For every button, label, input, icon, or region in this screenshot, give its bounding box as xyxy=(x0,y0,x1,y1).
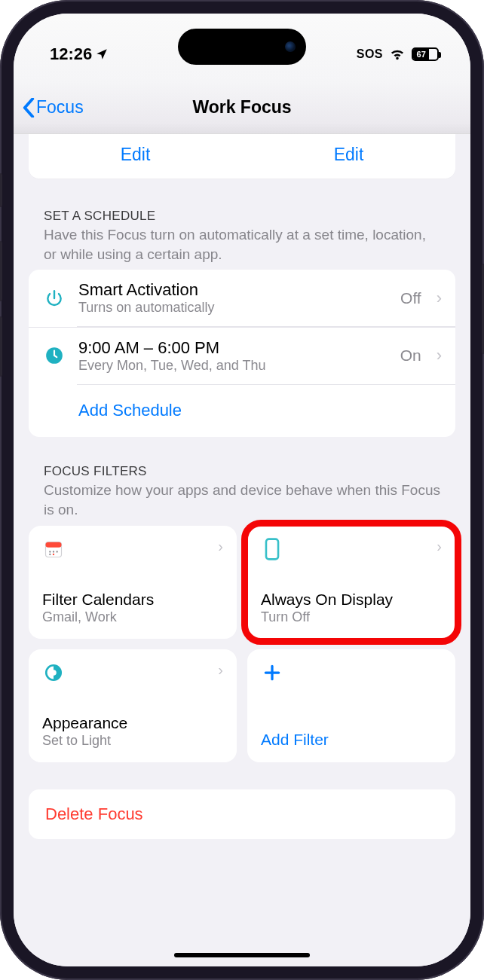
row-subtitle: Turns on automatically xyxy=(78,300,388,316)
chevron-right-icon: › xyxy=(437,538,442,555)
plus-icon xyxy=(261,661,283,684)
filter-calendars-card[interactable]: › Filter Calendars Gmail, Work xyxy=(29,526,237,639)
filter-card-title: Appearance xyxy=(42,714,223,732)
home-indicator[interactable] xyxy=(174,953,310,957)
side-button xyxy=(0,241,2,301)
svg-point-4 xyxy=(53,551,54,552)
svg-rect-8 xyxy=(266,539,278,559)
filter-always-on-display-card[interactable]: › Always On Display Turn Off xyxy=(247,526,455,639)
battery-icon: 67 xyxy=(412,47,439,61)
side-button xyxy=(0,173,2,207)
filter-appearance-card[interactable]: › Appearance Set to Light xyxy=(29,649,237,762)
screen: 12:26 SOS 67 Focus Work Focus xyxy=(14,14,470,966)
status-time: 12:26 xyxy=(50,44,92,64)
delete-focus-button[interactable]: Delete Focus xyxy=(29,789,455,839)
row-title: Smart Activation xyxy=(78,280,388,300)
schedule-header: SET A SCHEDULE Have this Focus turn on a… xyxy=(29,209,455,264)
filter-card-title: Filter Calendars xyxy=(42,591,223,609)
edit-button-left[interactable]: Edit xyxy=(29,145,242,165)
chevron-right-icon: › xyxy=(218,661,223,679)
schedule-list: Smart Activation Turns on automatically … xyxy=(29,270,455,437)
add-filter-label: Add Filter xyxy=(261,731,442,749)
calendar-icon xyxy=(42,538,65,560)
customize-card-partial: Edit Edit xyxy=(29,134,455,179)
add-filter-card[interactable]: Add Filter xyxy=(247,649,455,762)
row-value: Off xyxy=(400,289,421,307)
location-arrow-icon xyxy=(95,47,109,61)
dynamic-island xyxy=(178,29,306,65)
filter-card-title: Always On Display xyxy=(261,591,442,609)
filter-card-subtitle: Set to Light xyxy=(42,733,223,749)
row-add-schedule[interactable]: Add Schedule xyxy=(29,384,455,437)
contrast-circle-icon xyxy=(42,661,65,684)
filter-card-subtitle: Gmail, Work xyxy=(42,609,223,625)
front-camera-icon xyxy=(285,41,296,52)
filter-card-subtitle: Turn Off xyxy=(261,609,442,625)
back-label: Focus xyxy=(36,97,84,118)
chevron-right-icon: › xyxy=(218,538,223,555)
svg-point-7 xyxy=(53,553,54,554)
row-smart-activation[interactable]: Smart Activation Turns on automatically … xyxy=(29,270,455,326)
schedule-header-desc: Have this Focus turn on automatically at… xyxy=(44,225,440,264)
svg-rect-2 xyxy=(46,542,62,547)
svg-point-10 xyxy=(51,670,57,676)
content-scroll[interactable]: Edit Edit SET A SCHEDULE Have this Focus… xyxy=(14,134,470,966)
chevron-right-icon: › xyxy=(437,289,442,308)
battery-level: 67 xyxy=(413,49,429,60)
side-button xyxy=(0,316,2,377)
svg-point-3 xyxy=(49,551,51,552)
filters-header-title: FOCUS FILTERS xyxy=(44,464,440,479)
iphone-frame: 12:26 SOS 67 Focus Work Focus xyxy=(0,0,484,980)
wifi-icon xyxy=(389,47,406,61)
page-title: Work Focus xyxy=(23,97,461,118)
clock-icon xyxy=(42,346,66,365)
status-sos: SOS xyxy=(357,47,383,61)
svg-point-5 xyxy=(57,551,58,552)
edit-button-right[interactable]: Edit xyxy=(242,145,455,165)
nav-bar: Focus Work Focus xyxy=(14,81,470,134)
filters-header-desc: Customize how your apps and device behav… xyxy=(44,481,440,519)
add-schedule-label: Add Schedule xyxy=(42,401,182,420)
chevron-right-icon: › xyxy=(437,346,442,365)
row-title: 9:00 AM – 6:00 PM xyxy=(78,338,388,358)
delete-focus-label: Delete Focus xyxy=(45,804,439,824)
back-button[interactable]: Focus xyxy=(23,97,84,118)
schedule-header-title: SET A SCHEDULE xyxy=(44,209,440,224)
filters-grid: › Filter Calendars Gmail, Work › xyxy=(29,526,455,762)
row-time-schedule[interactable]: 9:00 AM – 6:00 PM Every Mon, Tue, Wed, a… xyxy=(29,327,455,384)
row-subtitle: Every Mon, Tue, Wed, and Thu xyxy=(78,358,388,374)
power-icon xyxy=(42,289,66,308)
row-value: On xyxy=(400,347,421,365)
phone-outline-icon xyxy=(261,538,283,560)
svg-point-6 xyxy=(49,553,51,554)
filters-header: FOCUS FILTERS Customize how your apps an… xyxy=(29,464,455,519)
